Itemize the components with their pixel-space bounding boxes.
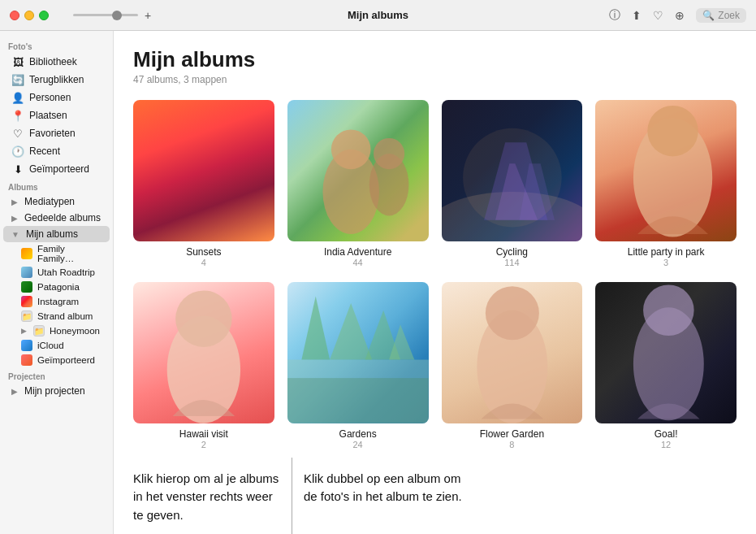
fotos-section-label: Foto's (0, 37, 113, 53)
album-name-hawaii: Hawaii visit (179, 428, 228, 440)
search-box[interactable]: 🔍 Zoek (696, 8, 746, 23)
album-thumb-hawaii (133, 282, 274, 423)
sidebar-item-personen[interactable]: 👤 Personen (3, 89, 110, 106)
album-thumb-party (595, 100, 737, 241)
album-cycling[interactable]: Cycling 114 (442, 100, 583, 267)
zoom-slider[interactable]: + (73, 9, 151, 22)
annotations: Klik hierop om al je albums in het venst… (133, 458, 737, 535)
sidebar-sub-label: Instagram (37, 297, 79, 306)
sidebar-item-bibliotheek[interactable]: 🖼 Bibliotheek (3, 53, 110, 71)
album-name-goal: Goal! (654, 428, 678, 440)
sidebar-sub-label: Strand album (37, 311, 93, 321)
share-icon[interactable]: ⬆ (632, 9, 642, 22)
close-button[interactable] (10, 11, 19, 20)
album-india[interactable]: India Adventure 44 (287, 100, 429, 267)
page-title: Mijn albums (133, 47, 737, 72)
search-label: Zoek (718, 10, 740, 21)
album-name-sunsets: Sunsets (186, 246, 221, 258)
album-sunsets[interactable]: Sunsets 4 (133, 100, 274, 267)
zoom-plus-icon: + (145, 9, 151, 22)
expand-icon: ▼ (11, 230, 19, 239)
album-hawaii[interactable]: Hawaii visit 2 (133, 282, 274, 449)
sidebar-item-label: Bibliotheek (29, 56, 77, 67)
patagonia-thumb (21, 281, 32, 293)
sidebar-item-label: Favorieten (29, 128, 76, 139)
album-gardens[interactable]: Gardens 24 (287, 282, 429, 449)
sidebar-item-label: Recent (29, 145, 60, 157)
geimporteerd2-thumb (21, 354, 32, 366)
svg-marker-15 (330, 303, 372, 360)
sidebar-item-label: Geïmporteerd (29, 163, 89, 175)
annotation-left: Klik hierop om al je albums in het venst… (133, 470, 283, 525)
minimize-button[interactable] (24, 11, 34, 20)
sidebar-item-terugblikken[interactable]: 🔄 Terugblikken (3, 71, 110, 89)
album-thumb-sunsets (133, 100, 274, 241)
album-flower[interactable]: Flower Garden 8 (442, 282, 583, 449)
album-count-hawaii: 2 (201, 440, 206, 449)
family-thumb (21, 248, 32, 259)
sidebar-item-favorieten[interactable]: ♡ Favorieten (3, 124, 110, 142)
sidebar-subitem-instagram[interactable]: Instagram (3, 294, 110, 309)
bibliotheek-icon: 🖼 (11, 55, 24, 68)
sidebar-sub-label: Geïmporteerd (37, 355, 95, 365)
sidebar-item-label: Plaatsen (29, 110, 67, 121)
svg-point-22 (643, 284, 694, 336)
sidebar-item-label: Gedeelde albums (24, 212, 101, 224)
slider-thumb (112, 11, 122, 20)
sidebar-item-mediatypen[interactable]: ▶ Mediatypen (3, 193, 110, 210)
svg-marker-14 (301, 296, 330, 359)
sidebar-subitem-icloud[interactable]: iCloud (3, 338, 110, 353)
sidebar-sub-label: Family Family… (37, 244, 102, 263)
sidebar-subitem-strand[interactable]: 📁 Strand album (3, 309, 110, 323)
sidebar-item-gedeelde[interactable]: ▶ Gedeelde albums (3, 210, 110, 226)
sidebar-subitem-utah[interactable]: Utah Roadtrip (3, 265, 110, 280)
sidebar-item-recent[interactable]: 🕐 Recent (3, 142, 110, 160)
album-grid: Sunsets 4 India Adventure 44 (133, 100, 737, 449)
icloud-thumb (21, 340, 32, 351)
personen-icon: 👤 (11, 91, 24, 104)
album-count-india: 44 (353, 258, 363, 267)
album-goal[interactable]: Goal! 12 (595, 282, 737, 449)
heart-icon[interactable]: ♡ (653, 9, 663, 22)
slider-track (73, 14, 138, 16)
utah-thumb (21, 267, 32, 278)
sidebar-item-label: Personen (29, 92, 71, 103)
page-subtitle: 47 albums, 3 mappen (133, 74, 737, 85)
album-count-flower: 8 (509, 440, 514, 449)
search-icon: 🔍 (702, 10, 715, 21)
favorieten-icon: ♡ (11, 127, 24, 140)
strand-thumb: 📁 (21, 310, 32, 322)
sidebar-item-plaatsen[interactable]: 📍 Plaatsen (3, 106, 110, 124)
album-thumb-flower (442, 282, 583, 423)
terugblikken-icon: 🔄 (11, 73, 24, 86)
maximize-button[interactable] (39, 11, 49, 20)
sidebar-subitem-family[interactable]: Family Family… (3, 242, 110, 265)
sidebar-item-label: Mijn projecten (24, 385, 85, 397)
projecten-section-label: Projecten (0, 367, 113, 383)
expand-icon: ▶ (11, 198, 18, 206)
svg-point-12 (175, 290, 232, 347)
sidebar-item-mijn-albums[interactable]: ▼ Mijn albums (3, 226, 110, 242)
traffic-lights (10, 11, 49, 20)
sidebar-subitem-geimporteerd2[interactable]: Geïmporteerd (3, 353, 110, 367)
svg-point-1 (331, 129, 371, 169)
sidebar-subitem-honeymoon[interactable]: ▶ 📁 Honeymoon (3, 323, 110, 338)
recent-icon: 🕐 (11, 145, 24, 158)
titlebar-actions: ⓘ ⬆ ♡ ⊕ 🔍 Zoek (609, 8, 746, 23)
info-icon[interactable]: ⓘ (609, 8, 620, 23)
sidebar-sub-label: Honeymoon (50, 326, 100, 336)
honeymoon-thumb: 📁 (33, 325, 45, 336)
divider-line (292, 458, 292, 535)
plaatsen-icon: 📍 (11, 109, 24, 122)
titlebar: + Mijn albums ⓘ ⬆ ♡ ⊕ 🔍 Zoek (0, 0, 756, 31)
album-thumb-cycling (442, 100, 583, 241)
album-party[interactable]: Little party in park 3 (595, 100, 737, 267)
sidebar-item-mijn-projecten[interactable]: ▶ Mijn projecten (3, 383, 110, 399)
geimporteerd-icon: ⬇ (11, 163, 24, 176)
window-title: Mijn albums (348, 9, 408, 21)
svg-point-8 (463, 128, 562, 228)
sidebar-item-geimporteerd[interactable]: ⬇ Geïmporteerd (3, 160, 110, 178)
album-name-cycling: Cycling (496, 246, 528, 258)
sidebar-subitem-patagonia[interactable]: Patagonia (3, 280, 110, 294)
add-icon[interactable]: ⊕ (675, 9, 685, 22)
